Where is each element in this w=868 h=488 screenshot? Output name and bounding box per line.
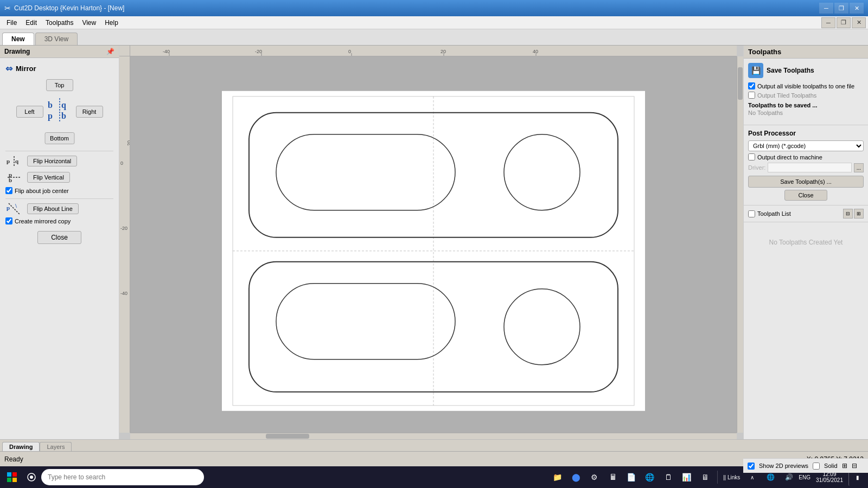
no-toolpaths-label: No Toolpaths xyxy=(748,110,864,116)
driver-field[interactable] xyxy=(768,163,851,172)
close-button[interactable]: ✕ xyxy=(850,3,864,14)
tab-new[interactable]: New xyxy=(2,33,34,45)
dir-bottom-button[interactable]: Bottom xyxy=(44,132,74,144)
flip-job-center-checkbox[interactable] xyxy=(5,187,12,194)
show-2d-label: Show 2D previews xyxy=(759,463,808,469)
svg-text:-40: -40 xyxy=(163,49,170,54)
post-processor-select[interactable]: Grbl (mm) (*.gcode) xyxy=(748,140,864,151)
taskbar-app2[interactable]: 📊 xyxy=(678,468,695,486)
flip-horizontal-button[interactable]: Flip Horizontal xyxy=(27,156,77,166)
flip-job-center-label: Flip about job center xyxy=(15,188,69,194)
pin-icon[interactable]: 📌 xyxy=(106,48,114,55)
left-panel: Drawing 📌 ⇔ Mirror Top Left xyxy=(0,46,119,439)
create-mirrored-copy-label: Create mirrored copy xyxy=(15,218,71,224)
taskbar-edge[interactable]: 🌐 xyxy=(641,468,659,486)
divider2 xyxy=(5,198,113,199)
output-tiled-label: Output Tiled Toolpaths xyxy=(757,92,816,99)
flip-vertical-row: p b Flip Vertical xyxy=(5,171,113,184)
toolpaths-title: Toolpaths xyxy=(748,48,781,56)
taskbar-file-explorer[interactable]: 📁 xyxy=(549,468,566,486)
driver-row: Driver: ... xyxy=(748,163,864,172)
taskbar-settings[interactable]: ⚙ xyxy=(586,468,603,486)
create-mirrored-copy-checkbox[interactable] xyxy=(5,217,12,224)
canvas-area: -40 -20 0 20 40 20 0 -20 -40 xyxy=(119,46,743,439)
svg-text:b: b xyxy=(9,177,12,183)
svg-rect-38 xyxy=(12,472,17,477)
flip-job-center-row: Flip about job center xyxy=(5,187,113,194)
main-drawing xyxy=(222,91,645,411)
scrollbar-vertical[interactable] xyxy=(737,56,743,433)
inner-close[interactable]: ✕ xyxy=(852,17,866,28)
show-2d-checkbox[interactable] xyxy=(748,463,755,470)
toolpath-list-title: Toolpath List xyxy=(757,210,791,217)
flip-line-row: p \ Flip About Line xyxy=(5,202,113,215)
toolpath-list-icon1[interactable]: ⊟ xyxy=(843,209,853,219)
menu-file[interactable]: File xyxy=(2,18,21,28)
ruler-corner xyxy=(119,46,130,56)
toolpath-list-checkbox[interactable] xyxy=(748,210,755,217)
svg-text:-20: -20 xyxy=(120,226,127,231)
menubar: File Edit Toolpaths View Help ─ ❐ ✕ xyxy=(0,16,868,29)
output-direct-checkbox[interactable] xyxy=(748,153,755,160)
taskbar-chrome[interactable]: ⬤ xyxy=(567,468,585,486)
svg-text:0: 0 xyxy=(348,49,351,54)
tab-3d-view[interactable]: 3D View xyxy=(35,33,78,45)
taskbar-word[interactable]: 📄 xyxy=(623,468,640,486)
svg-line-11 xyxy=(9,203,20,214)
toolpath-list-icon2[interactable]: ⊞ xyxy=(854,209,864,219)
flip-vertical-button[interactable]: Flip Vertical xyxy=(27,172,70,183)
driver-browse-button[interactable]: ... xyxy=(854,163,864,172)
titlebar: ✂ Cut2D Desktop {Kevin Harton} - [New] ─… xyxy=(0,0,868,16)
close-toolpaths-button[interactable]: Close xyxy=(784,190,827,201)
dir-top-button[interactable]: Top xyxy=(46,79,73,91)
inner-minimize[interactable]: ─ xyxy=(821,17,835,28)
svg-text:0: 0 xyxy=(120,160,123,166)
toolpath-list-icons: ⊟ ⊞ xyxy=(843,209,864,219)
minimize-button[interactable]: ─ xyxy=(819,3,833,14)
mirror-title: Mirror xyxy=(16,65,36,73)
menu-help[interactable]: Help xyxy=(100,18,123,28)
app-icon: ✂ xyxy=(4,4,11,12)
dir-left-button[interactable]: Left xyxy=(16,106,43,118)
flip-about-line-button[interactable]: Flip About Line xyxy=(27,203,79,214)
menu-edit[interactable]: Edit xyxy=(21,18,41,28)
taskbar-calculator[interactable]: 🖩 xyxy=(604,468,622,486)
inner-restore[interactable]: ❐ xyxy=(837,17,851,28)
output-direct-row: Output direct to machine xyxy=(748,153,864,160)
taskbar-clock: 12:09 31/05/2021 xyxy=(812,471,847,483)
save-toolpaths-section: 💾 Save Toolpaths Output all visible tool… xyxy=(744,59,868,125)
restore-button[interactable]: ❐ xyxy=(834,3,848,14)
menu-toolpaths[interactable]: Toolpaths xyxy=(41,18,78,28)
output-direct-label: Output direct to machine xyxy=(757,154,822,160)
taskbar-app1[interactable]: 🗒 xyxy=(660,468,677,486)
titlebar-left: ✂ Cut2D Desktop {Kevin Harton} - [New] xyxy=(4,4,124,12)
tabbar: New 3D View xyxy=(0,29,868,46)
dir-right-button[interactable]: Right xyxy=(76,106,103,118)
svg-text:b: b xyxy=(61,111,66,120)
svg-rect-40 xyxy=(12,478,17,482)
save-toolpath-button[interactable]: Save Toolpath(s) ... xyxy=(748,176,864,188)
view-icon2[interactable]: ⊟ xyxy=(852,462,857,470)
tab-layers[interactable]: Layers xyxy=(40,442,72,451)
output-tiled-checkbox[interactable] xyxy=(748,92,755,99)
cortana-icon[interactable] xyxy=(24,470,39,485)
ruler-left: 20 0 -20 -40 xyxy=(119,56,130,433)
svg-text:b: b xyxy=(48,100,53,110)
svg-text:-40: -40 xyxy=(120,291,127,296)
taskbar-app3[interactable]: 🖥 xyxy=(697,468,714,486)
panel-title: Drawing xyxy=(4,48,30,55)
taskbar-search[interactable] xyxy=(41,469,204,485)
svg-text:40: 40 xyxy=(533,49,538,54)
toolpaths-header: Toolpaths xyxy=(744,46,868,59)
statusbar: Ready X: 0.9765 Y: 7.9212 xyxy=(0,451,868,466)
solid-checkbox[interactable] xyxy=(813,463,820,470)
output-all-checkbox[interactable] xyxy=(748,82,755,89)
tp-to-save-label: Toolpaths to be saved ... xyxy=(748,102,864,108)
scrollbar-horizontal[interactable] xyxy=(130,433,737,439)
tab-drawing[interactable]: Drawing xyxy=(2,442,40,451)
view-icon1[interactable]: ⊞ xyxy=(842,462,847,470)
start-button[interactable] xyxy=(2,467,22,487)
mirror-close-button[interactable]: Close xyxy=(37,231,81,244)
title-text: Cut2D Desktop {Kevin Harton} - [New] xyxy=(14,4,124,12)
menu-view[interactable]: View xyxy=(78,18,100,28)
